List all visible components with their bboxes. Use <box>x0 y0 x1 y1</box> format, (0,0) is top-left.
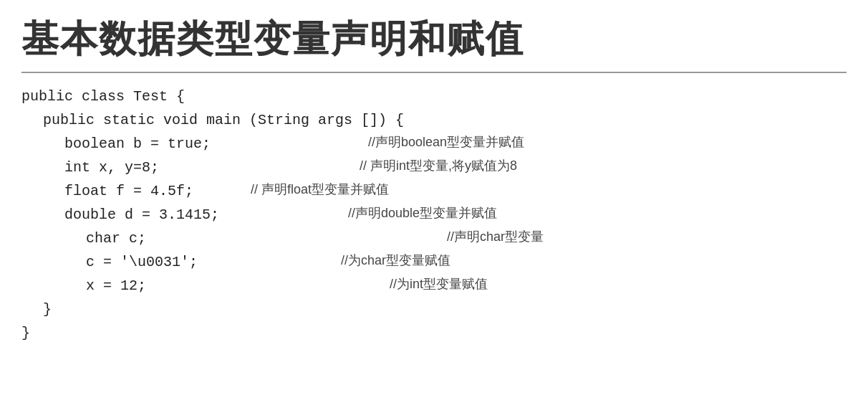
comment-6: //声明char型变量 <box>447 227 544 250</box>
code-text-7: c = '\u0031'; <box>86 250 198 274</box>
code-line-4: float f = 4.5f; // 声明float型变量并赋值 <box>21 179 847 203</box>
code-line-7: c = '\u0031'; //为char型变量赋值 <box>21 250 847 274</box>
code-line-10: } <box>21 321 847 345</box>
code-text-6: char c; <box>86 227 146 250</box>
code-text-4: float f = 4.5f; <box>64 179 193 203</box>
code-text-2: boolean b = true; <box>64 132 211 156</box>
code-text-8: x = 12; <box>86 274 146 298</box>
code-text-0: public class Test { <box>21 85 185 108</box>
code-line-0: public class Test { <box>21 85 847 108</box>
page-title: 基本数据类型变量声明和赋值 <box>21 14 847 65</box>
comment-2: //声明boolean型变量并赋值 <box>368 132 524 156</box>
code-block: public class Test { public static void m… <box>21 85 847 345</box>
code-line-6: char c; //声明char型变量 <box>21 227 847 250</box>
code-line-1: public static void main (String args [])… <box>21 108 847 132</box>
comment-3: // 声明int型变量,将y赋值为8 <box>360 156 517 179</box>
code-text-10: } <box>21 321 30 345</box>
comment-4: // 声明float型变量并赋值 <box>251 179 389 203</box>
comment-7: //为char型变量赋值 <box>341 250 450 274</box>
comment-8: //为int型变量赋值 <box>390 274 488 298</box>
code-text-3: int x, y=8; <box>64 156 159 179</box>
code-line-8: x = 12; //为int型变量赋值 <box>21 274 847 298</box>
code-text-1: public static void main (String args [])… <box>43 108 404 132</box>
code-line-3: int x, y=8; // 声明int型变量,将y赋值为8 <box>21 156 847 179</box>
title-divider <box>21 72 847 73</box>
code-line-2: boolean b = true; //声明boolean型变量并赋值 <box>21 132 847 156</box>
code-line-9: } <box>21 298 847 321</box>
code-line-5: double d = 3.1415; //声明double型变量并赋值 <box>21 203 847 227</box>
comment-5: //声明double型变量并赋值 <box>348 203 497 227</box>
code-text-5: double d = 3.1415; <box>64 203 219 227</box>
code-text-9: } <box>43 298 52 321</box>
